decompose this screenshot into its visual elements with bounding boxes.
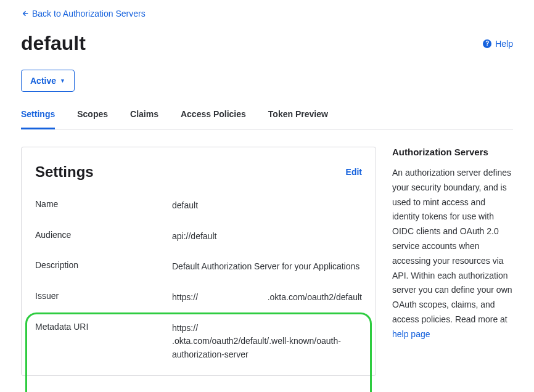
- field-issuer: Issuer https:// .okta.com/oauth2/default: [35, 291, 362, 304]
- arrow-left-icon: [21, 10, 28, 17]
- sidebar-title: Authorization Servers: [392, 147, 513, 157]
- field-label: Audience: [35, 230, 172, 243]
- status-label: Active: [30, 76, 56, 86]
- help-icon: ?: [483, 39, 491, 48]
- field-label: Metadata URI: [35, 322, 172, 362]
- help-sidebar: Authorization Servers An authorization s…: [392, 147, 513, 342]
- tab-claims[interactable]: Claims: [130, 109, 158, 129]
- sidebar-body: An authorization server defines your sec…: [392, 168, 512, 324]
- field-name: Name default: [35, 199, 362, 213]
- tab-scopes[interactable]: Scopes: [77, 109, 108, 129]
- field-label: Issuer: [35, 291, 172, 304]
- tab-access-policies[interactable]: Access Policies: [181, 109, 246, 129]
- edit-button[interactable]: Edit: [346, 167, 362, 177]
- help-label: Help: [495, 39, 513, 49]
- metadata-suffix: .okta.com/oauth2/default/.well-known/oau…: [172, 335, 362, 361]
- status-dropdown-button[interactable]: Active ▼: [21, 70, 75, 92]
- field-value: Default Authorization Server for your Ap…: [172, 260, 362, 274]
- settings-panel: Settings Edit Name default Audience api:…: [21, 147, 376, 376]
- sidebar-text: An authorization server defines your sec…: [392, 166, 513, 342]
- field-audience: Audience api://default: [35, 230, 362, 243]
- panel-title: Settings: [35, 163, 94, 181]
- field-value: default: [172, 199, 362, 213]
- field-value[interactable]: https:// .okta.com/oauth2/default/.well-…: [172, 322, 362, 362]
- tab-bar: Settings Scopes Claims Access Policies T…: [21, 109, 513, 129]
- field-metadata-uri: Metadata URI https:// .okta.com/oauth2/d…: [35, 322, 362, 362]
- sidebar-help-link[interactable]: help page: [392, 329, 430, 339]
- tab-settings[interactable]: Settings: [21, 109, 55, 129]
- field-label: Name: [35, 199, 172, 213]
- field-value: api://default: [172, 230, 362, 243]
- page-title: default: [21, 32, 86, 55]
- field-value: https:// .okta.com/oauth2/default: [172, 291, 362, 304]
- issuer-suffix: .okta.com/oauth2/default: [268, 291, 362, 304]
- issuer-prefix: https://: [172, 291, 198, 304]
- field-description: Description Default Authorization Server…: [35, 260, 362, 274]
- back-link[interactable]: Back to Authorization Servers: [21, 9, 146, 18]
- back-link-label: Back to Authorization Servers: [32, 9, 146, 18]
- chevron-down-icon: ▼: [60, 78, 65, 84]
- tab-token-preview[interactable]: Token Preview: [268, 109, 328, 129]
- field-label: Description: [35, 260, 172, 274]
- metadata-prefix: https://: [172, 322, 198, 335]
- help-link[interactable]: ? Help: [483, 39, 513, 49]
